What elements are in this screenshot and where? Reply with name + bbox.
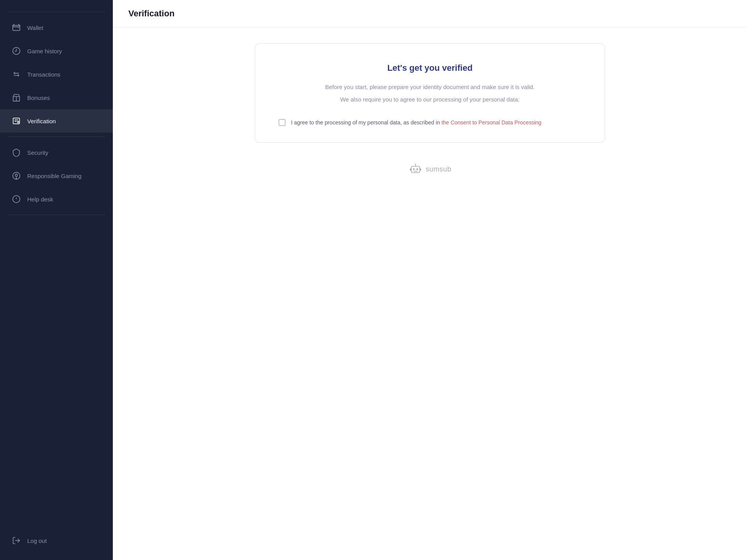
sidebar-item-verification[interactable]: Verification <box>0 109 113 133</box>
svg-rect-6 <box>13 118 20 124</box>
main-content: Verification Let's get you verified Befo… <box>113 0 747 560</box>
svg-point-11 <box>16 178 17 179</box>
sidebar-item-help-desk[interactable]: Help desk <box>0 187 113 211</box>
sidebar-item-transactions-label: Transactions <box>27 71 60 78</box>
sidebar-item-responsible-gaming-label: Responsible Gaming <box>27 173 81 179</box>
sidebar-item-verification-label: Verification <box>27 118 56 124</box>
consent-checkbox[interactable] <box>279 119 286 126</box>
sidebar-item-wallet[interactable]: Wallet <box>0 16 113 39</box>
sidebar-bottom-divider <box>8 215 105 215</box>
sidebar-item-bonuses[interactable]: Bonuses <box>0 86 113 109</box>
transactions-icon <box>12 70 21 79</box>
sidebar-top-divider <box>8 12 105 12</box>
sumsub-section: sumsub <box>128 154 731 184</box>
svg-rect-21 <box>410 169 412 171</box>
sidebar-item-help-desk-label: Help desk <box>27 196 53 203</box>
consent-section: I agree to the processing of my personal… <box>279 118 581 127</box>
sidebar-item-transactions[interactable]: Transactions <box>0 63 113 86</box>
bonuses-icon <box>12 93 21 102</box>
sidebar-item-security-label: Security <box>27 149 48 156</box>
sidebar-item-security[interactable]: Security <box>0 141 113 164</box>
sumsub-robot-icon <box>409 162 423 176</box>
wallet-icon <box>12 23 21 32</box>
logout-icon <box>12 536 21 545</box>
svg-rect-16 <box>411 166 420 173</box>
game-history-icon <box>12 46 21 56</box>
security-icon <box>12 148 21 157</box>
sidebar-item-game-history[interactable]: Game history <box>0 39 113 63</box>
verification-content: Let's get you verified Before you start,… <box>113 28 747 560</box>
sumsub-label: sumsub <box>426 165 451 173</box>
help-desk-icon <box>12 194 21 204</box>
sidebar-mid-divider <box>8 136 105 137</box>
svg-rect-22 <box>420 169 421 171</box>
consent-text-before: I agree to the processing of my personal… <box>291 119 442 126</box>
verification-icon <box>12 116 21 126</box>
sidebar-item-logout[interactable]: Log out <box>0 529 113 552</box>
consent-link[interactable]: the Consent to Personal Data Processing <box>442 119 542 126</box>
sidebar-item-responsible-gaming[interactable]: Responsible Gaming <box>0 164 113 187</box>
card-subtitle-2: We also require you to agree to our proc… <box>279 95 581 104</box>
sidebar: Wallet Game history Transactions Bonuses… <box>0 0 113 560</box>
sidebar-item-game-history-label: Game history <box>27 48 62 54</box>
sidebar-item-bonuses-label: Bonuses <box>27 94 50 101</box>
card-heading: Let's get you verified <box>279 63 581 73</box>
svg-point-17 <box>413 168 415 170</box>
consent-text: I agree to the processing of my personal… <box>291 118 542 127</box>
svg-point-9 <box>18 121 19 123</box>
card-subtitle-1: Before you start, please prepare your id… <box>279 82 581 92</box>
page-title: Verification <box>128 9 731 19</box>
svg-point-18 <box>416 168 418 170</box>
verification-card: Let's get you verified Before you start,… <box>255 43 605 143</box>
svg-point-20 <box>415 164 416 165</box>
sumsub-logo: sumsub <box>409 162 451 176</box>
sidebar-item-wallet-label: Wallet <box>27 24 43 31</box>
page-header: Verification <box>113 0 747 28</box>
svg-rect-0 <box>13 26 20 31</box>
responsible-gaming-icon <box>12 171 21 180</box>
sidebar-item-logout-label: Log out <box>27 537 47 544</box>
